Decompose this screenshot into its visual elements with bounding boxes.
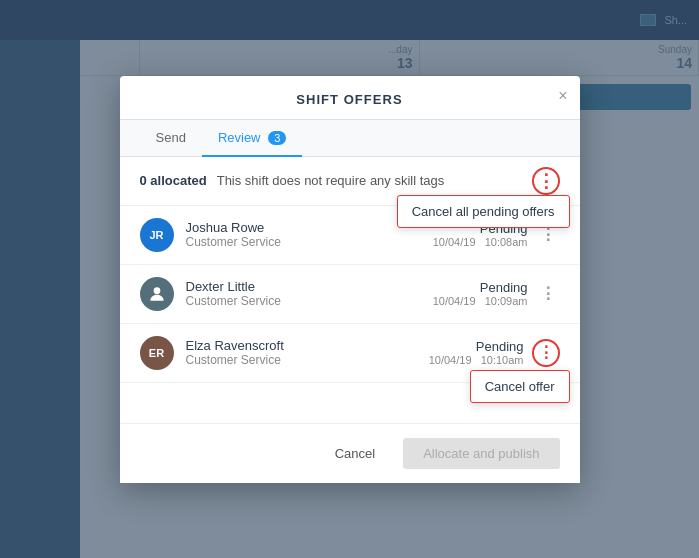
employee-list: JR Joshua Rowe Customer Service Pending … [120, 206, 580, 383]
shift-offers-dialog: SHIFT OFFERS × Send Review 3 0 allocated… [120, 76, 580, 483]
status-label: Pending [433, 280, 528, 295]
employee-info: Dexter Little Customer Service [186, 279, 433, 308]
person-icon [147, 284, 167, 304]
allocated-count: 0 allocated [140, 173, 207, 188]
allocated-bar: 0 allocated This shift does not require … [120, 157, 580, 206]
allocate-publish-button[interactable]: Allocate and publish [403, 438, 559, 469]
offer-status: Pending 10/04/19 10:09am [433, 280, 528, 307]
cancel-offer-popup[interactable]: Cancel offer [470, 370, 570, 403]
tab-send[interactable]: Send [140, 120, 202, 157]
employee-info: Joshua Rowe Customer Service [186, 220, 433, 249]
employee-row: Dexter Little Customer Service Pending 1… [120, 265, 580, 324]
employee-dept: Customer Service [186, 294, 433, 308]
avatar [140, 277, 174, 311]
status-label: Pending [429, 339, 524, 354]
offer-status: Pending 10/04/19 10:10am [429, 339, 524, 366]
tabs-bar: Send Review 3 [120, 120, 580, 157]
close-button[interactable]: × [558, 88, 567, 104]
dialog-footer: Cancel Allocate and publish [120, 423, 580, 483]
tab-review[interactable]: Review 3 [202, 120, 302, 157]
dialog-body: 0 allocated This shift does not require … [120, 157, 580, 423]
employee-name: Elza Ravenscroft [186, 338, 429, 353]
allocated-description: This shift does not require any skill ta… [217, 173, 532, 188]
review-badge: 3 [268, 131, 286, 145]
allocated-menu-button[interactable]: ⋮ [532, 167, 560, 195]
employee-name: Joshua Rowe [186, 220, 433, 235]
row-menu-button[interactable]: ⋮ [536, 282, 560, 306]
employee-dept: Customer Service [186, 353, 429, 367]
svg-point-0 [153, 287, 160, 294]
employee-row: ER Elza Ravenscroft Customer Service Pen… [120, 324, 580, 383]
cancel-button[interactable]: Cancel [319, 438, 391, 469]
cancel-all-popup[interactable]: Cancel all pending offers [397, 195, 570, 228]
avatar: ER [140, 336, 174, 370]
avatar: JR [140, 218, 174, 252]
status-date: 10/04/19 10:09am [433, 295, 528, 307]
employee-info: Elza Ravenscroft Customer Service [186, 338, 429, 367]
dialog-title: SHIFT OFFERS [296, 92, 402, 119]
dialog-header: SHIFT OFFERS × [120, 76, 580, 120]
employee-name: Dexter Little [186, 279, 433, 294]
employee-dept: Customer Service [186, 235, 433, 249]
status-date: 10/04/19 10:10am [429, 354, 524, 366]
status-date: 10/04/19 10:08am [433, 236, 528, 248]
row-menu-button[interactable]: ⋮ [532, 339, 560, 367]
